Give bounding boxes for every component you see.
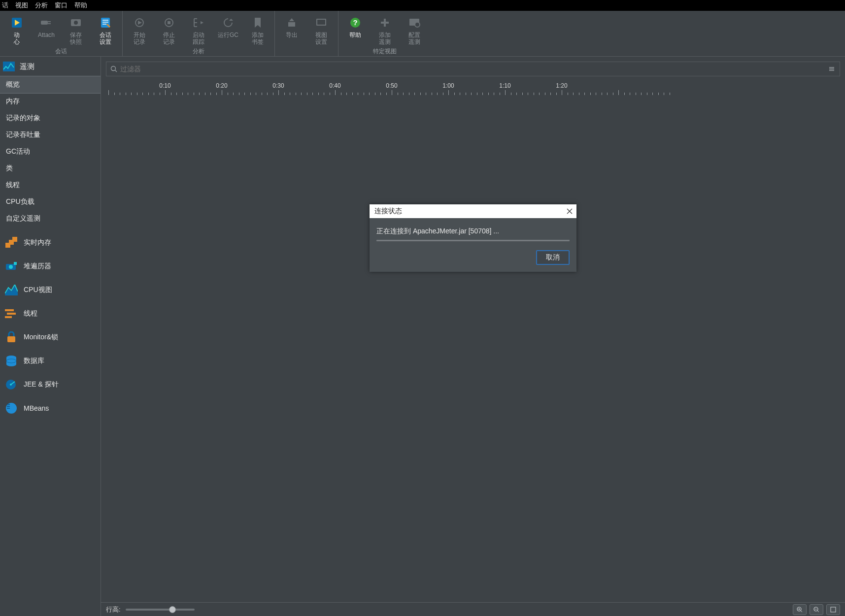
tool-item[interactable]: MBeans [0, 396, 101, 420]
menu-bar: 话 视图 分析 窗口 帮助 [0, 0, 845, 11]
svg-rect-28 [12, 237, 17, 242]
tool-item[interactable]: 实时内存 [0, 231, 101, 255]
rec-start-icon [133, 16, 146, 30]
db-icon [5, 355, 18, 367]
nav-item[interactable]: 概览 [0, 76, 101, 93]
ribbon-group-label [305, 47, 307, 55]
svg-point-43 [10, 384, 12, 386]
button-label: 设置 [100, 38, 111, 45]
button-label: 记录 [163, 38, 175, 45]
cpu-icon [5, 284, 18, 296]
start-button[interactable]: 动心 [4, 14, 30, 45]
thread-icon [5, 308, 18, 320]
tool-label: MBeans [24, 404, 49, 412]
button-label: 添加 [252, 32, 264, 38]
tool-label: CPU视图 [24, 286, 52, 294]
sidebar-title-label: 遥测 [20, 62, 34, 71]
mbean-icon [5, 402, 18, 414]
dialog-titlebar: 连接状态 [370, 204, 576, 218]
menu-item[interactable]: 帮助 [74, 1, 87, 10]
mem-icon [5, 237, 18, 249]
svg-rect-12 [168, 21, 170, 24]
probe-icon [5, 379, 18, 390]
nav-item[interactable]: 线程 [0, 177, 101, 194]
tool-label: JEE & 探针 [24, 380, 59, 389]
tool-item[interactable]: CPU视图 [0, 278, 101, 302]
svg-point-6 [74, 21, 78, 25]
bookmark-icon [251, 16, 265, 30]
nav-item[interactable]: CPU负载 [0, 194, 101, 210]
telemetry-icon [3, 62, 15, 71]
tool-item[interactable]: Monitor&锁 [0, 325, 101, 349]
settings-icon [99, 16, 112, 30]
tool-label: Monitor&锁 [24, 333, 58, 342]
tool-list: 实时内存堆遍历器CPU视图线程Monitor&锁数据库JEE & 探针MBean… [0, 231, 101, 420]
gc-icon [221, 16, 235, 30]
close-icon[interactable] [567, 208, 573, 214]
viewcfg-icon [314, 16, 328, 30]
svg-text:?: ? [353, 18, 357, 27]
button-label: 遥测 [379, 38, 391, 45]
progress-bar [376, 240, 570, 241]
svg-point-30 [9, 265, 13, 269]
svg-rect-34 [7, 313, 16, 315]
help-button[interactable]: ?帮助 [342, 14, 368, 45]
nav-list: 概览内存记录的对象记录吞吐量GC活动类线程CPU负载自定义遥测 [0, 76, 101, 227]
rec-start-button: 开始记录 [127, 14, 152, 45]
lock-icon [5, 331, 18, 343]
tool-item[interactable]: 堆遍历器 [0, 255, 101, 278]
nav-item[interactable]: 内存 [0, 93, 101, 110]
menu-item[interactable]: 视图 [15, 1, 28, 10]
ribbon-group-label: 特定视图 [373, 47, 397, 55]
snapshot-button: 保存快照 [63, 14, 89, 45]
button-label: 快照 [70, 38, 82, 45]
svg-rect-36 [7, 336, 15, 342]
heap-icon [5, 260, 18, 272]
button-label: 遥测 [408, 38, 420, 45]
ribbon-group: 动心Attach 保存快照会话设置会话 [0, 11, 123, 56]
svg-rect-2 [41, 21, 48, 25]
dialog-title-label: 连接状态 [374, 207, 402, 216]
cfg-icon [407, 16, 421, 30]
content: 0:100:200:300:400:501:001:101:20 行高: [101, 57, 845, 616]
tool-item[interactable]: 数据库 [0, 349, 101, 373]
menu-item[interactable]: 窗口 [55, 1, 68, 10]
nav-item[interactable]: 类 [0, 160, 101, 177]
nav-item[interactable]: GC活动 [0, 143, 101, 160]
button-label: 停止 [163, 32, 175, 38]
button-label: 开始 [134, 32, 145, 38]
ribbon-group: 开始记录停止记录启动跟踪运行GC 添加书签分析 [123, 11, 275, 56]
svg-point-24 [415, 22, 420, 27]
dialog-overlay: 连接状态 正在连接到 ApacheJMeter.jar [50708] ... … [101, 57, 845, 616]
button-label: 启动 [193, 32, 204, 38]
sidebar-title: 遥测 [0, 57, 101, 76]
trace-button: 启动跟踪 [186, 14, 211, 45]
rec-stop-icon [162, 16, 176, 30]
nav-item[interactable]: 记录的对象 [0, 110, 101, 127]
button-label: 视图 [315, 32, 327, 38]
svg-marker-10 [138, 21, 142, 25]
tool-item[interactable]: JEE & 探针 [0, 373, 101, 396]
trace-icon [192, 16, 205, 30]
snapshot-icon [69, 16, 83, 30]
menu-item[interactable]: 话 [2, 1, 8, 10]
nav-item[interactable]: 自定义遥测 [0, 210, 101, 227]
tool-item[interactable]: 线程 [0, 302, 101, 325]
tool-label: 堆遍历器 [24, 262, 51, 271]
button-label: 运行GC [218, 32, 238, 38]
cfg-tele-button: 配置遥测 [402, 14, 427, 45]
cancel-button[interactable]: 取消 [536, 250, 570, 265]
tool-label: 数据库 [24, 357, 44, 365]
nav-item[interactable]: 记录吞吐量 [0, 127, 101, 143]
button-label: 添加 [379, 32, 391, 38]
button-label: 跟踪 [193, 38, 204, 45]
menu-item[interactable]: 分析 [35, 1, 48, 10]
ribbon-group-label: 会话 [55, 47, 67, 55]
dialog-body: 正在连接到 ApacheJMeter.jar [50708] ... 取消 [370, 218, 576, 272]
settings-button[interactable]: 会话设置 [93, 14, 118, 45]
button-label: 配置 [408, 32, 420, 38]
svg-rect-33 [5, 309, 14, 311]
dialog-message: 正在连接到 ApacheJMeter.jar [50708] ... [376, 227, 570, 236]
button-label: Attach [38, 32, 55, 38]
tool-label: 线程 [24, 309, 37, 318]
